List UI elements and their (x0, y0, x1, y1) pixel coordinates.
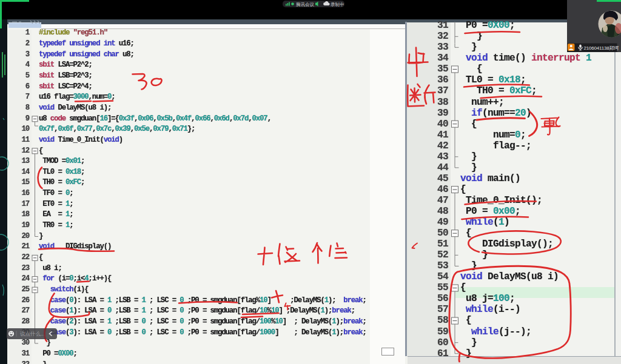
svg-text:录制中: 录制中 (331, 2, 344, 7)
svg-text:2106041138郑珂: 2106041138郑珂 (584, 45, 619, 51)
svg-text:腾讯会议: 腾讯会议 (296, 2, 315, 7)
svg-text:说点什么...: 说点什么... (20, 331, 45, 337)
